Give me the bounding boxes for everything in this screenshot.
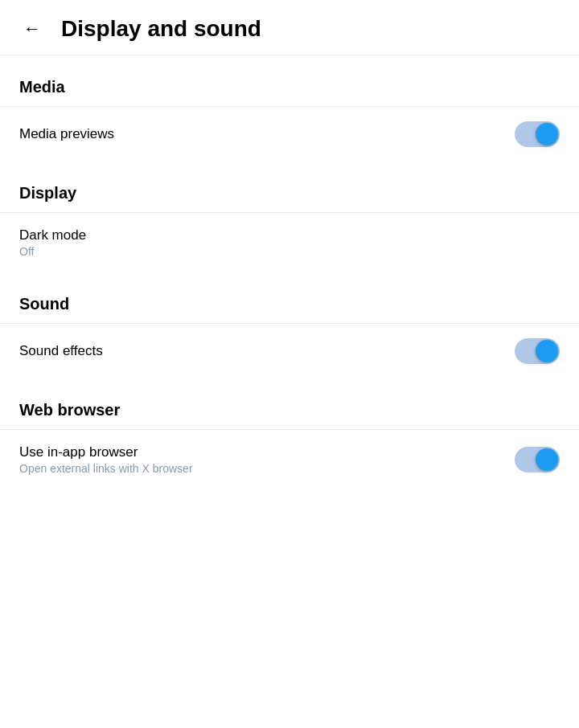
back-arrow-icon: ← — [23, 20, 41, 38]
in-app-browser-sublabel: Open external links with X browser — [19, 462, 193, 475]
in-app-browser-text: Use in-app browser Open external links w… — [19, 444, 193, 475]
in-app-browser-toggle[interactable] — [515, 447, 560, 472]
sound-effects-thumb — [536, 340, 558, 362]
web-browser-section-header: Web browser — [0, 378, 579, 429]
media-previews-row[interactable]: Media previews — [0, 106, 579, 162]
dark-mode-row[interactable]: Dark mode Off — [0, 212, 579, 272]
in-app-browser-label: Use in-app browser — [19, 444, 193, 460]
media-section-title: Media — [19, 78, 65, 96]
sound-section-header: Sound — [0, 272, 579, 323]
media-previews-label: Media previews — [19, 126, 114, 142]
display-section-header: Display — [0, 162, 579, 212]
sound-section-title: Sound — [19, 295, 69, 313]
in-app-browser-row[interactable]: Use in-app browser Open external links w… — [0, 429, 579, 489]
dark-mode-text: Dark mode Off — [19, 227, 86, 258]
media-previews-text: Media previews — [19, 126, 114, 142]
media-section-header: Media — [0, 55, 579, 106]
dark-mode-label: Dark mode — [19, 227, 86, 243]
sound-effects-text: Sound effects — [19, 343, 103, 359]
back-button[interactable]: ← — [16, 13, 48, 45]
display-section-title: Display — [19, 184, 76, 202]
sound-effects-label: Sound effects — [19, 343, 103, 359]
media-previews-toggle[interactable] — [515, 121, 560, 147]
header: ← Display and sound — [0, 0, 579, 55]
page-title: Display and sound — [61, 16, 261, 42]
sound-effects-toggle[interactable] — [515, 338, 560, 364]
media-previews-thumb — [536, 123, 558, 145]
web-browser-section-title: Web browser — [19, 401, 120, 419]
sound-effects-row[interactable]: Sound effects — [0, 323, 579, 378]
dark-mode-sublabel: Off — [19, 245, 86, 258]
in-app-browser-thumb — [536, 448, 558, 471]
